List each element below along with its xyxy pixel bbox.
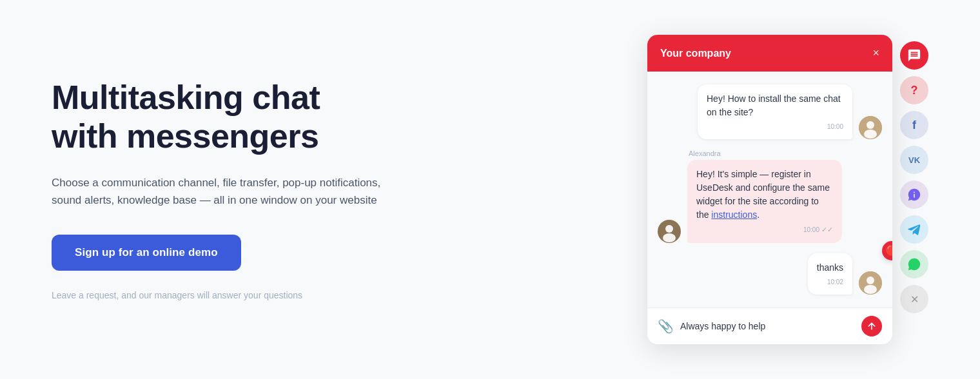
bubble-wrap-3: thanks 10:02 xyxy=(808,253,852,295)
side-facebook-button[interactable]: f xyxy=(900,111,928,139)
viber-icon xyxy=(907,188,921,202)
agent-name: Alexandra xyxy=(687,150,842,157)
user-avatar-2 xyxy=(859,271,882,295)
svg-point-7 xyxy=(867,277,874,284)
side-viber-button[interactable] xyxy=(900,180,928,209)
timestamp-2: 10:00 ✓✓ xyxy=(696,224,833,235)
chat-header: Your company × xyxy=(647,35,892,72)
side-close-button[interactable]: ✕ xyxy=(900,285,928,313)
demo-button[interactable]: Sign up for an online demo xyxy=(52,235,241,271)
subtitle: Choose a communication channel, file tra… xyxy=(52,174,413,209)
chat-input[interactable] xyxy=(680,321,855,331)
message-row-agent-1: Alexandra Hey! It's simple — register in… xyxy=(658,150,882,243)
timestamp-3: 10:02 xyxy=(817,277,843,287)
time-3: 10:02 xyxy=(827,277,843,287)
chat-input-area: 📎 xyxy=(647,307,892,344)
side-telegram-button[interactable] xyxy=(900,215,928,244)
lifesaver-badge: 🔴 xyxy=(882,241,892,260)
side-buttons: ? f VK xyxy=(900,35,928,313)
timestamp-1: 10:00 xyxy=(707,122,843,131)
side-vk-button[interactable]: VK xyxy=(900,146,928,174)
bubble-wrap-1: Hey! How to install the same chat on the… xyxy=(698,84,852,139)
read-checkmarks: ✓✓ xyxy=(821,224,833,235)
chat-close-button[interactable]: × xyxy=(872,46,879,60)
question-mark: ? xyxy=(911,84,918,97)
message-row-user-1: Hey! How to install the same chat on the… xyxy=(658,84,882,139)
send-button[interactable] xyxy=(861,316,882,336)
user-avatar-1 xyxy=(859,116,882,139)
helper-text: Leave a request, and our managers will a… xyxy=(52,290,413,300)
message-row-user-2: thanks 10:02 xyxy=(658,253,882,295)
heading-line2: with messengers xyxy=(52,117,318,155)
side-whatsapp-button[interactable] xyxy=(900,250,928,278)
chat-widget: Your company × Hey! How to install the s… xyxy=(647,35,892,344)
send-icon xyxy=(867,321,877,331)
chat-body: Hey! How to install the same chat on the… xyxy=(647,72,892,307)
svg-point-8 xyxy=(864,285,877,294)
close-x-icon: ✕ xyxy=(910,293,919,306)
user-bubble-2: thanks 10:02 xyxy=(808,253,852,295)
message-text-3: thanks xyxy=(817,262,843,273)
svg-point-4 xyxy=(665,225,673,233)
message-text-1: Hey! How to install the same chat on the… xyxy=(707,93,841,117)
instructions-link[interactable]: instructions xyxy=(711,209,757,220)
svg-point-1 xyxy=(867,121,874,129)
chat-header-title: Your company xyxy=(660,48,731,59)
agent-message-text: Hey! It's simple — register in UseDesk a… xyxy=(696,169,830,220)
agent-avatar-1 xyxy=(658,220,681,243)
page-wrapper: Multitasking chat with messengers Choose… xyxy=(0,0,980,379)
chat-bubble-icon xyxy=(907,48,921,63)
whatsapp-icon xyxy=(907,257,921,271)
svg-point-5 xyxy=(663,233,676,242)
side-question-button[interactable]: ? xyxy=(900,76,928,104)
right-section: Your company × Hey! How to install the s… xyxy=(647,35,928,344)
main-heading: Multitasking chat with messengers xyxy=(52,79,413,156)
bubble-wrap-2: Alexandra Hey! It's simple — register in… xyxy=(687,150,842,243)
time-2: 10:00 xyxy=(803,225,819,235)
agent-bubble-1: Hey! It's simple — register in UseDesk a… xyxy=(687,160,842,243)
svg-point-2 xyxy=(864,130,877,139)
user-bubble-1: Hey! How to install the same chat on the… xyxy=(698,84,852,139)
attach-icon[interactable]: 📎 xyxy=(658,318,674,334)
heading-line1: Multitasking chat xyxy=(52,79,320,116)
vk-letters: VK xyxy=(908,155,920,165)
facebook-f-letter: f xyxy=(912,119,916,132)
side-chat-button[interactable] xyxy=(900,41,928,70)
telegram-icon xyxy=(907,222,921,237)
left-section: Multitasking chat with messengers Choose… xyxy=(52,79,413,300)
time-1: 10:00 xyxy=(827,122,843,131)
